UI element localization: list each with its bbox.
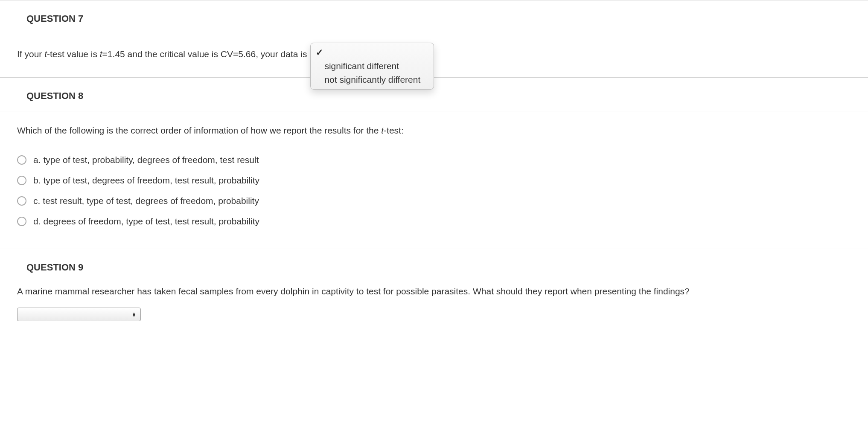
select-arrows-icon: ▲ ▼ (131, 312, 137, 317)
q8-text-prefix: Which of the following is the correct or… (17, 125, 381, 135)
question-7-text: If your t-test value is t=1.45 and the c… (17, 47, 307, 60)
question-7-body: If your t-test value is t=1.45 and the c… (0, 34, 868, 60)
radio-icon[interactable] (17, 196, 26, 206)
q8-option-b-text: type of test, degrees of freedom, test r… (44, 175, 260, 186)
radio-icon[interactable] (17, 155, 26, 165)
q8-options: a. type of test, probability, degrees of… (17, 150, 851, 232)
q9-select[interactable]: ▲ ▼ (17, 308, 141, 321)
check-icon: ✓ (316, 47, 324, 58)
question-8-header: QUESTION 8 (0, 90, 868, 105)
question-9-text: A marine mammal researcher has taken fec… (17, 285, 851, 297)
q8-option-c-text: test result, type of test, degrees of fr… (43, 196, 259, 206)
question-8-text: Which of the following is the correct or… (17, 124, 851, 137)
q7-dropdown[interactable]: ✓ significant different not significantl… (310, 43, 434, 90)
question-9-block: QUESTION 9 A marine mammal researcher ha… (0, 249, 868, 338)
question-7-block: QUESTION 7 If your t-test value is t=1.4… (0, 0, 868, 77)
question-7-header: QUESTION 7 (0, 13, 868, 28)
q8-option-a-text: type of test, probability, degrees of fr… (44, 155, 259, 165)
q8-option-c-letter: c. (33, 196, 40, 206)
q7-dropdown-option-0-label: significant different (324, 61, 399, 71)
question-9-body: A marine mammal researcher has taken fec… (0, 276, 868, 321)
radio-icon[interactable] (17, 176, 26, 185)
q7-dropdown-option-1-label: not significantly different (324, 75, 420, 85)
q8-option-b-letter: b. (33, 175, 41, 186)
q8-option-b[interactable]: b. type of test, degrees of freedom, tes… (17, 170, 851, 191)
q8-option-a[interactable]: a. type of test, probability, degrees of… (17, 150, 851, 170)
q7-text-eq: =1.45 and the critical value is CV=5.66,… (102, 49, 307, 59)
q7-dropdown-selected-blank[interactable]: ✓ (311, 46, 434, 59)
q8-option-a-letter: a. (33, 155, 41, 165)
q8-option-d-text: degrees of freedom, type of test, test r… (44, 216, 260, 227)
radio-icon[interactable] (17, 217, 26, 226)
q7-dropdown-option-1[interactable]: not significantly different (311, 73, 434, 87)
q7-text-mid: -test value is (47, 49, 100, 59)
q7-dropdown-option-0[interactable]: significant different (311, 59, 434, 73)
question-9-header: QUESTION 9 (0, 262, 868, 276)
q8-text-suffix: -test: (384, 125, 404, 135)
q7-text-prefix: If your (17, 49, 44, 59)
q8-option-d-letter: d. (33, 216, 41, 227)
question-8-block: QUESTION 8 Which of the following is the… (0, 77, 868, 248)
q8-option-c[interactable]: c. test result, type of test, degrees of… (17, 191, 851, 211)
question-8-body: Which of the following is the correct or… (0, 111, 868, 231)
q8-option-d[interactable]: d. degrees of freedom, type of test, tes… (17, 211, 851, 232)
